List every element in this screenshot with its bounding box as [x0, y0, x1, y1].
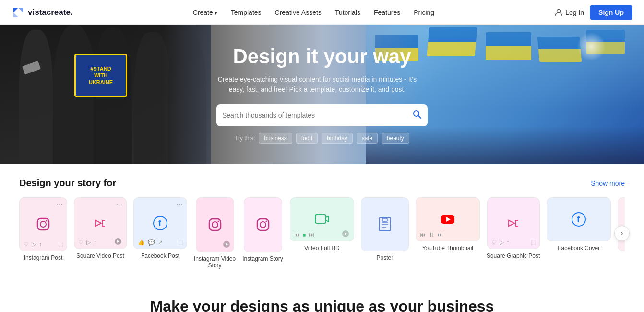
nav-templates[interactable]: Templates: [231, 9, 262, 16]
hero-section: #STANDWITHUKRAINE Design it your way Cre…: [0, 25, 644, 164]
youtube-icon: [439, 211, 456, 228]
card-label: Square Video Post: [76, 252, 124, 259]
facebook-cover-icon: f: [570, 211, 587, 228]
card-label: YouTube Thumbnail: [422, 245, 473, 252]
card-youtube-thumbnail[interactable]: ⏮ ⏸ ⏭ YouTube Thumbnail: [416, 197, 480, 252]
card-menu-dots: ···: [116, 201, 122, 208]
search-button[interactable]: [412, 109, 422, 121]
card-square-graphic[interactable]: ♡ ▷ ↑ ⬚ Square Graphic Post: [487, 197, 540, 259]
card-label: Video Full HD: [304, 245, 340, 252]
card-action-icons: ♡ ▷ ↑: [78, 239, 96, 246]
tag-business[interactable]: business: [259, 133, 292, 144]
nav-creative-assets[interactable]: Creative Assets: [275, 9, 322, 16]
svg-rect-11: [209, 219, 221, 230]
section-title: Design your story for: [19, 178, 116, 189]
tag-sale[interactable]: sale: [357, 133, 378, 144]
svg-rect-14: [257, 219, 269, 230]
show-more-link[interactable]: Show more: [591, 180, 625, 187]
logo[interactable]: vistacreate.: [12, 6, 73, 19]
bottom-section: Make your designs as unique as your busi…: [0, 278, 644, 312]
instagram-icon: [206, 216, 224, 233]
svg-point-8: [46, 220, 48, 222]
svg-rect-6: [37, 218, 49, 230]
svg-text:f: f: [158, 218, 162, 228]
hero-content: Design it your way Create eye-catching v…: [207, 46, 437, 144]
login-button[interactable]: Log In: [554, 8, 584, 17]
hero-title: Design it your way: [216, 46, 428, 68]
card-menu-dots: ···: [57, 201, 63, 208]
card-action-icons: ⏮ ⏸ ⏭: [420, 231, 443, 238]
card-video-fullhd[interactable]: ▶ ⏮ ■ ⏭ Video Full HD: [290, 197, 354, 252]
card-instagram-post[interactable]: ··· ♡ ▷ ↑ ⬚ Instagram Post: [19, 197, 67, 261]
cards-container: ··· ♡ ▷ ↑ ⬚ Instagram Post ···: [19, 197, 625, 269]
nav-tutorials[interactable]: Tutorials: [335, 9, 360, 16]
tag-beauty[interactable]: beauty: [382, 133, 409, 144]
svg-point-16: [265, 221, 267, 222]
tag-birthday[interactable]: birthday: [322, 133, 353, 144]
nav-pricing[interactable]: Pricing: [414, 9, 434, 16]
svg-marker-0: [13, 8, 18, 12]
svg-point-13: [217, 221, 219, 222]
hero-search-bar: [216, 104, 428, 126]
logo-text: vistacreate.: [28, 8, 73, 17]
instagram-icon: [254, 216, 272, 233]
hero-try-section: Try this: business food birthday sale be…: [216, 133, 428, 144]
card-instagram-story[interactable]: Instagram Story: [242, 197, 283, 262]
svg-marker-2: [13, 12, 18, 17]
card-action-icons: ♡ ▷ ↑: [24, 241, 42, 248]
design-story-section: Design your story for Show more ··· ♡ ▷ …: [0, 164, 644, 278]
card-label: Instagram Story: [242, 255, 283, 262]
card-square-video[interactable]: ··· ▶ ♡ ▷ ↑ Square Video Post: [74, 197, 127, 259]
hero-left-crowd: #STANDWITHUKRAINE: [0, 25, 211, 164]
card-action-icons: ⏮ ■ ⏭: [294, 231, 314, 238]
svg-point-3: [557, 9, 561, 12]
video-icon: [313, 211, 331, 228]
nav-links: Create Templates Creative Assets Tutoria…: [193, 9, 434, 16]
svg-point-12: [212, 222, 218, 228]
card-facebook-cover[interactable]: f Facebook Cover: [547, 197, 611, 252]
nav-create[interactable]: Create: [193, 9, 217, 16]
svg-marker-1: [18, 8, 23, 12]
svg-point-15: [260, 222, 266, 228]
nav-actions: Log In Sign Up: [554, 5, 632, 20]
try-label: Try this:: [235, 135, 255, 142]
tag-food[interactable]: food: [296, 133, 318, 144]
square-video-icon: [92, 215, 109, 232]
cards-row: ··· ♡ ▷ ↑ ⬚ Instagram Post ···: [19, 197, 625, 269]
section-header: Design your story for Show more: [19, 178, 625, 189]
poster-icon: [376, 216, 394, 233]
card-label: Instagram Post: [24, 254, 63, 261]
svg-rect-17: [315, 215, 326, 223]
search-icon: [412, 109, 422, 119]
card-label: Facebook Cover: [558, 245, 600, 252]
card-facebook-post[interactable]: ··· f 👍 💬 ↗ ⬚ Facebook Post: [133, 197, 187, 259]
cards-next-button[interactable]: ›: [614, 226, 630, 241]
svg-rect-18: [379, 217, 391, 231]
nav-features[interactable]: Features: [374, 9, 400, 16]
card-action-icons: 👍 💬 ↗: [138, 239, 163, 246]
card-label: Instagram VideoStory: [194, 255, 236, 269]
svg-point-7: [40, 221, 46, 227]
card-label: Facebook Post: [141, 252, 179, 259]
user-icon: [554, 8, 563, 17]
svg-text:f: f: [577, 215, 580, 224]
facebook-icon: f: [152, 215, 169, 232]
svg-rect-22: [382, 218, 387, 221]
navbar: vistacreate. Create Templates Creative A…: [0, 0, 644, 25]
card-instagram-video-story[interactable]: ▶ Instagram VideoStory: [194, 197, 236, 269]
card-menu-dots: ···: [177, 201, 183, 208]
card-label: Poster: [377, 254, 394, 261]
search-input[interactable]: [222, 111, 412, 119]
signup-button[interactable]: Sign Up: [590, 5, 632, 20]
bottom-title: Make your designs as unique as your busi…: [10, 298, 634, 312]
svg-line-5: [418, 116, 421, 118]
card-poster[interactable]: Poster: [361, 197, 409, 261]
square-graphic-icon: [505, 215, 522, 232]
instagram-icon: [35, 216, 52, 233]
hero-subtitle: Create eye-catching visual content for s…: [216, 74, 418, 95]
card-label: Square Graphic Post: [487, 252, 540, 259]
card-action-icons: ♡ ▷ ↑: [491, 239, 510, 246]
